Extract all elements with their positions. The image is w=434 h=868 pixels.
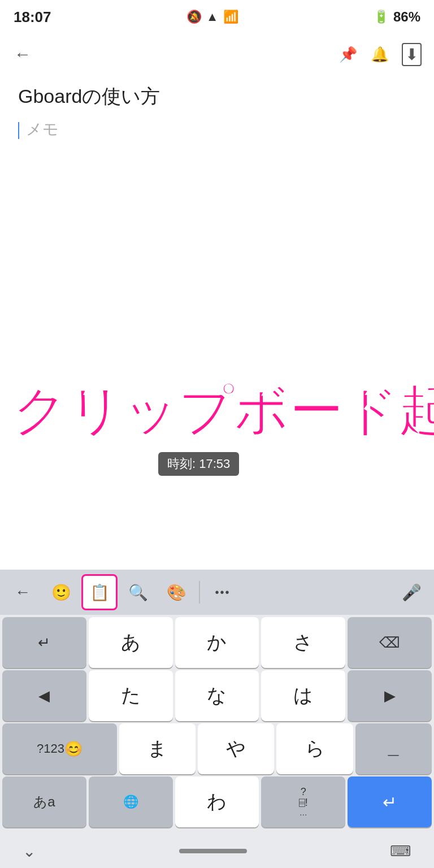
status-battery: 🔋 86% [374, 9, 420, 25]
back-icon: ← [14, 45, 31, 64]
key-right[interactable]: ▶ [348, 670, 432, 721]
text-cursor [18, 122, 19, 139]
key-row-1: ↵ あ か さ ⌫ [2, 617, 432, 668]
key-num-emoji[interactable]: ?123 😊 [2, 723, 117, 774]
key-ma[interactable]: ま [119, 723, 196, 774]
back-button[interactable]: ← [9, 41, 36, 68]
archive-icon: ⬇ [402, 43, 422, 66]
keyboard-back-icon: ← [15, 583, 31, 601]
key-globe[interactable]: 🌐 [89, 776, 173, 827]
note-placeholder: メモ [26, 120, 59, 138]
enter-icon: ↵ [383, 792, 397, 812]
app-bar-actions: 📌 🔔 ⬇ [335, 41, 425, 68]
more-button[interactable]: ••• [205, 574, 241, 610]
key-left[interactable]: ◀ [2, 670, 86, 721]
nav-keyboard-button[interactable]: ⌨ [390, 843, 411, 860]
key-ha[interactable]: は [261, 670, 345, 721]
search-icon: 🔍 [128, 583, 148, 602]
nav-pill[interactable] [179, 849, 247, 853]
pin-button[interactable]: 📌 [335, 41, 362, 68]
bottom-nav: ⌄ ⌨ [0, 834, 434, 868]
emoji-sticker-button[interactable]: 🙂 [43, 574, 79, 610]
keyboard-back-button[interactable]: ← [5, 574, 41, 610]
key-ka[interactable]: か [175, 617, 259, 668]
signal-icon: 📶 [223, 10, 238, 24]
nav-chevron-down[interactable]: ⌄ [23, 842, 36, 861]
pin-icon: 📌 [339, 46, 357, 63]
timestamp-tooltip: 時刻: 17:53 [158, 452, 239, 476]
key-punct[interactable]: ? ⌸! … [261, 776, 345, 827]
key-enter-top[interactable]: ↵ [2, 617, 86, 668]
key-enter[interactable]: ↵ [348, 776, 432, 827]
key-a[interactable]: あ [89, 617, 173, 668]
key-ra[interactable]: ら [276, 723, 353, 774]
key-backspace[interactable]: ⌫ [348, 617, 432, 668]
app-bar-left: ← [9, 41, 36, 68]
key-wa[interactable]: わ [175, 776, 259, 827]
archive-button[interactable]: ⬇ [398, 41, 425, 68]
reminder-icon: 🔔 [371, 46, 389, 63]
key-kana-toggle[interactable]: あa [2, 776, 86, 827]
keyboard-toolbar: ← 🙂 📋 🔍 🎨 ••• 🎤 [0, 570, 434, 615]
key-na[interactable]: な [175, 670, 259, 721]
key-space-long[interactable]: ＿ [355, 723, 432, 774]
toolbar-separator [199, 581, 200, 604]
reminder-button[interactable]: 🔔 [366, 41, 393, 68]
clipboard-activation-label: クリップボード起動 [11, 384, 434, 439]
keyboard-rows: ↵ あ か さ ⌫ ◀ た な [0, 615, 434, 834]
status-bar: 18:07 🔕 ▲ 📶 🔋 86% [0, 0, 434, 34]
key-row-4: あa 🌐 わ ? ⌸! … ↵ [2, 776, 432, 827]
clipboard-icon: 📋 [90, 583, 110, 602]
status-icons: 🔕 ▲ 📶 [186, 10, 238, 24]
key-ya[interactable]: や [198, 723, 274, 774]
keyboard: ← 🙂 📋 🔍 🎨 ••• 🎤 ↵ あ [0, 570, 434, 834]
voice-icon: 🎤 [402, 583, 422, 602]
notification-off-icon: 🔕 [186, 10, 202, 24]
battery-icon: 🔋 [374, 10, 389, 24]
key-ta[interactable]: た [89, 670, 173, 721]
note-body[interactable]: メモ [18, 119, 416, 140]
voice-button[interactable]: 🎤 [393, 574, 429, 610]
note-title: Gboardの使い方 [18, 84, 416, 110]
key-sa[interactable]: さ [261, 617, 345, 668]
more-icon: ••• [215, 586, 230, 599]
keyboard-icon: ⌨ [390, 843, 411, 860]
note-area[interactable]: Gboardの使い方 メモ [0, 75, 434, 149]
chevron-down-icon: ⌄ [23, 843, 36, 860]
theme-button[interactable]: 🎨 [158, 574, 194, 610]
clipboard-button[interactable]: 📋 [81, 574, 118, 610]
search-button[interactable]: 🔍 [120, 574, 156, 610]
status-time: 18:07 [14, 8, 51, 26]
key-row-3: ?123 😊 ま や ら ＿ [2, 723, 432, 774]
wifi-icon: ▲ [206, 10, 219, 24]
theme-icon: 🎨 [167, 583, 186, 602]
app-bar: ← 📌 🔔 ⬇ [0, 34, 434, 75]
emoji-sticker-icon: 🙂 [51, 583, 71, 602]
key-row-2: ◀ た な は ▶ [2, 670, 432, 721]
